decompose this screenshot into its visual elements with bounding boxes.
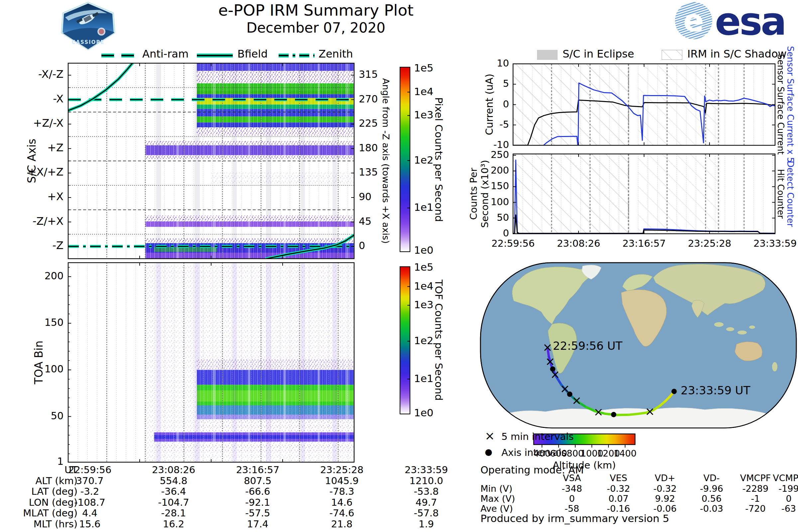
angle-tick: 0 [359,241,365,251]
colorbar-tick-label: 1e4 [414,281,434,291]
ephemeris-value: -53.8 [414,487,439,496]
ephemeris-value: -57.5 [245,508,270,518]
colorbar-tick-label: 1e1 [414,202,434,213]
colorbar-tick-label: 1e2 [414,335,434,346]
ephemeris-value: -78.3 [329,487,354,496]
ephemeris-value: -92.1 [245,497,270,507]
voltage-value: -0.32 [607,484,630,493]
colorbar-tick-label: 1e0 [414,407,434,418]
sensor-current-right-label: Sensor Surface Current [776,54,785,155]
page-title: e-POP IRM Summary Plot [116,2,515,18]
time-tick: 23:16:57 [623,239,666,248]
ephemeris-value: 22:59:56 [68,465,111,475]
colorbar-tick-label: 1e0 [414,245,434,256]
cassiope-patch-logo: CASSIOPE [62,3,114,49]
counts-tick: 200 [491,165,509,175]
ephemeris-value: -104.7 [158,497,189,507]
ephemeris-value: 23:08:26 [152,465,195,475]
ephemeris-value: -108.7 [74,497,106,507]
counts-ylabel-line1: Counts Per [469,168,478,220]
ephemeris-row-label: ALT (km) [35,476,77,486]
voltage-value: -2289 [742,484,768,493]
ephemeris-value: 23:16:57 [236,465,279,475]
voltage-value: 0.56 [702,494,722,504]
current-tick: -5 [499,119,509,129]
counts-tick: 50 [497,212,509,223]
bfield-label: Bfield [238,49,268,60]
toa-tick: 1 [57,456,63,467]
toa-tick: 50 [51,411,63,421]
ephemeris-row-label: LON (deg) [29,497,77,507]
voltage-value: -9.96 [700,484,723,493]
current-tick: 10 [497,58,509,68]
voltage-column-header: VSA [563,474,581,483]
voltage-row-label: Min (V) [480,484,512,493]
eclipse-label: S/C in Eclipse [563,49,634,60]
ephemeris-value: 21.8 [331,519,353,529]
current-tick: 5 [503,78,509,89]
voltage-value: -1 [751,494,760,504]
ephemeris-value: -74.6 [329,508,354,518]
voltage-column-header: VD+ [655,474,675,483]
counts-tick: 0 [503,228,509,238]
voltage-value: 0 [569,494,574,504]
anti-ram-label: Anti-ram [142,49,189,60]
plot-canvas: CASSIOPE e esa [0,0,798,532]
ephemeris-value: 1210.0 [409,476,443,486]
voltage-column-header: VES [610,474,627,483]
voltage-column-header: VCMPB [773,474,798,483]
axis-marker-icon: ● [485,448,492,457]
ephemeris-value: 1.9 [419,519,434,529]
colorbar-tick-label: 1e5 [414,62,434,74]
toa-tick: 100 [44,364,63,374]
shadow-swatch-icon [662,50,682,60]
voltage-value: -0.06 [653,504,677,513]
sc-axis-tick: +Z/-X [33,118,63,129]
track-end-label: 23:33:59 UT [681,385,750,397]
ephemeris-value: 16.2 [163,519,185,529]
sc-axis-tick: -X [53,93,63,105]
counts-ylabel-line2: Second (x10³) [480,160,490,228]
eclipse-swatch-icon [537,50,557,60]
shadow-label: IRM in S/C Shadow [687,49,787,60]
voltage-value: 9.92 [655,494,675,504]
colorbar-tick-label: 1e5 [414,262,434,273]
sensor-current-x5-right-label: Sensor Surface Current x 5 [785,46,794,163]
toa-tick: 150 [44,317,63,328]
current-tick: -10 [493,140,509,150]
angle-tick: 225 [359,118,378,129]
voltage-row-label: Ave (V) [480,504,513,513]
ephemeris-row-label: LAT (deg) [31,487,77,496]
altitude-tick: 600 [550,449,567,458]
time-tick: 23:33:59 [754,239,797,248]
five-min-legend-label: 5 min intervals [501,432,573,441]
bfield-line-icon [197,53,233,58]
pixel-counts-colorbar-label: Pixel Counts per Second [434,97,444,222]
toa-tick: 200 [44,271,63,281]
page-date: December 07, 2020 [116,21,515,35]
ephemeris-value: -3.2 [80,487,99,496]
zenith-label: Zenith [319,49,353,60]
hit-counter-right-label: Hit Counter [776,169,785,218]
altitude-colorbar-title: Altitude (km) [553,460,616,470]
counts-tick: 100 [491,197,509,207]
sc-axis-tick: -Z [53,240,63,251]
voltage-value: 0 [786,494,791,504]
angle-tick: 270 [359,94,378,104]
altitude-tick: 400 [533,449,551,458]
produced-by-footer: Produced by irm_summary version 5 [480,513,669,524]
ephemeris-value: 15.6 [79,519,101,529]
ephemeris-value: 14.6 [331,497,353,507]
angle-tick: 315 [359,69,378,80]
time-tick: 23:25:28 [688,239,731,248]
sc-axis-tick: +X/+Z [27,167,63,178]
colorbar-tick-label: 1e1 [414,373,434,384]
angle-tick: 90 [359,191,372,202]
ephemeris-value: 49.7 [416,497,437,507]
voltage-column-header: VMCPF [740,474,771,483]
epop-irm-summary-figure: CASSIOPE e esa [0,0,798,532]
patch-text: CASSIOPE [72,39,104,45]
toa-bin-ylabel: TOA Bin [33,341,45,384]
esa-logo: e esa [675,0,785,43]
ephemeris-value: -36.4 [161,487,186,496]
